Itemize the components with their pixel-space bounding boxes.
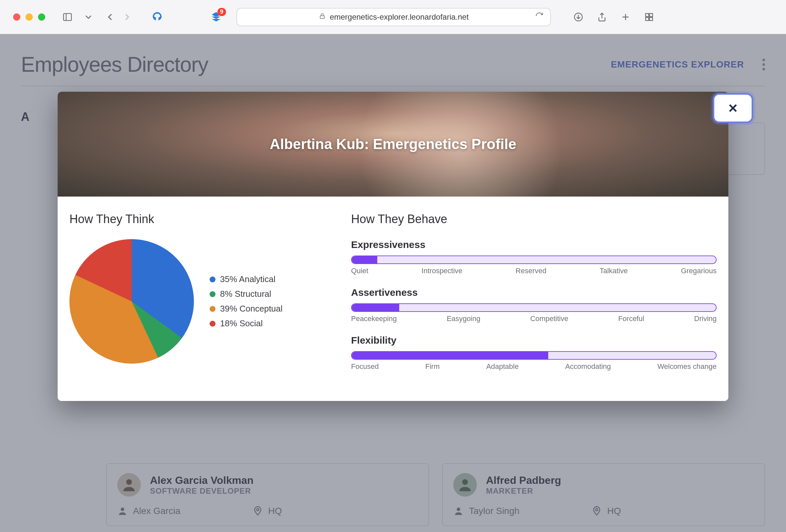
behaviour-scale-label: Forceful	[618, 315, 644, 323]
behaviour-scale-label: Driving	[694, 315, 717, 323]
behaviour-scale-label: Accomodating	[565, 362, 611, 371]
behaviour-label: Assertiveness	[351, 287, 717, 298]
legend-item: 39% Conceptual	[210, 304, 283, 314]
legend-swatch	[210, 321, 215, 327]
behaviour-bar	[351, 303, 717, 312]
window-controls	[13, 14, 45, 21]
how-they-think-section: How They Think 35% Analytical8% Structur…	[69, 212, 338, 383]
legend-swatch	[210, 306, 215, 312]
lock-icon	[319, 13, 326, 22]
profile-modal: Albertina Kub: Emergenetics Profile How …	[57, 92, 729, 401]
behaviour-label: Expressiveness	[351, 239, 717, 250]
close-icon	[726, 101, 739, 115]
sidebar-toggle-icon[interactable]	[61, 10, 74, 24]
url-text: emergenetics-explorer.leonardofaria.net	[330, 13, 469, 22]
behaviour-group: ExpressivenessQuietIntrospectiveReserved…	[351, 239, 717, 275]
behaviour-scale-label: Quiet	[351, 267, 368, 275]
legend-item: 35% Analytical	[210, 274, 283, 284]
svg-rect-7	[646, 14, 648, 16]
window-zoom-button[interactable]	[38, 14, 45, 21]
think-title: How They Think	[69, 212, 338, 226]
nav-forward-button[interactable]	[120, 10, 134, 24]
behaviour-scale-label: Firm	[425, 362, 440, 371]
share-icon[interactable]	[595, 10, 608, 24]
svg-rect-8	[649, 14, 652, 16]
modal-overlay[interactable]: Albertina Kub: Emergenetics Profile How …	[0, 34, 786, 532]
behaviour-scale: PeacekeepingEasygoingCompetitiveForceful…	[351, 315, 717, 323]
tab-overview-icon[interactable]	[643, 10, 656, 24]
thinking-pie-chart	[69, 239, 194, 364]
behaviour-scale-label: Competitive	[530, 315, 568, 323]
behaviour-bar	[351, 351, 717, 360]
svg-rect-0	[64, 14, 71, 20]
behaviour-label: Flexibility	[351, 335, 717, 346]
extension-badge: 9	[217, 8, 226, 16]
behaviour-scale-label: Easygoing	[447, 315, 481, 323]
pie-legend: 35% Analytical8% Structural39% Conceptua…	[210, 274, 283, 329]
behaviour-group: AssertivenessPeacekeepingEasygoingCompet…	[351, 287, 717, 323]
behaviour-scale: QuietIntrospectiveReservedTalkativeGrega…	[351, 267, 717, 275]
behave-title: How They Behave	[351, 212, 717, 226]
browser-chrome: 9 emergenetics-explorer.leonardofaria.ne…	[0, 0, 786, 34]
close-button[interactable]	[713, 93, 753, 123]
window-close-button[interactable]	[13, 14, 20, 21]
behaviour-scale-label: Reserved	[515, 267, 546, 275]
how-they-behave-section: How They Behave ExpressivenessQuietIntro…	[351, 212, 717, 383]
modal-hero: Albertina Kub: Emergenetics Profile	[57, 92, 729, 196]
behaviour-scale-label: Focused	[351, 362, 378, 371]
legend-label: 35% Analytical	[220, 274, 275, 284]
downloads-icon[interactable]	[572, 10, 585, 24]
extension-icon[interactable]: 9	[210, 11, 222, 23]
behaviour-bar-fill	[352, 304, 399, 311]
reload-icon[interactable]	[535, 12, 544, 22]
behaviour-scale-label: Peacekeeping	[351, 315, 397, 323]
nav-back-button[interactable]	[103, 10, 117, 24]
window-minimize-button[interactable]	[26, 14, 33, 21]
behaviour-scale: FocusedFirmAdaptableAccomodatingWelcomes…	[351, 362, 717, 371]
behaviour-bar-fill	[352, 352, 548, 359]
legend-label: 39% Conceptual	[220, 304, 283, 314]
svg-rect-9	[646, 17, 648, 20]
legend-label: 8% Structural	[220, 289, 271, 299]
new-tab-icon[interactable]	[619, 10, 632, 24]
legend-item: 8% Structural	[210, 289, 283, 299]
behaviour-scale-label: Talkative	[600, 267, 628, 275]
svg-rect-2	[320, 16, 324, 18]
behaviour-group: FlexibilityFocusedFirmAdaptableAccomodat…	[351, 335, 717, 371]
behaviour-scale-label: Introspective	[421, 267, 462, 275]
legend-swatch	[210, 291, 215, 297]
url-bar[interactable]: emergenetics-explorer.leonardofaria.net	[236, 8, 551, 26]
behaviour-scale-label: Gregarious	[681, 267, 717, 275]
page-content: Employees Directory EMERGENETICS EXPLORE…	[0, 34, 786, 532]
legend-swatch	[210, 276, 215, 282]
svg-rect-10	[649, 17, 652, 20]
behaviour-scale-label: Adaptable	[486, 362, 519, 371]
behaviour-scale-label: Welcomes change	[657, 362, 717, 371]
chevron-down-icon[interactable]	[82, 10, 95, 24]
modal-title: Albertina Kub: Emergenetics Profile	[270, 136, 516, 152]
behaviour-bar	[351, 256, 717, 264]
behaviour-bar-fill	[352, 256, 377, 263]
legend-item: 18% Social	[210, 318, 283, 329]
site-favicon-icon[interactable]	[151, 11, 163, 23]
legend-label: 18% Social	[220, 318, 263, 329]
